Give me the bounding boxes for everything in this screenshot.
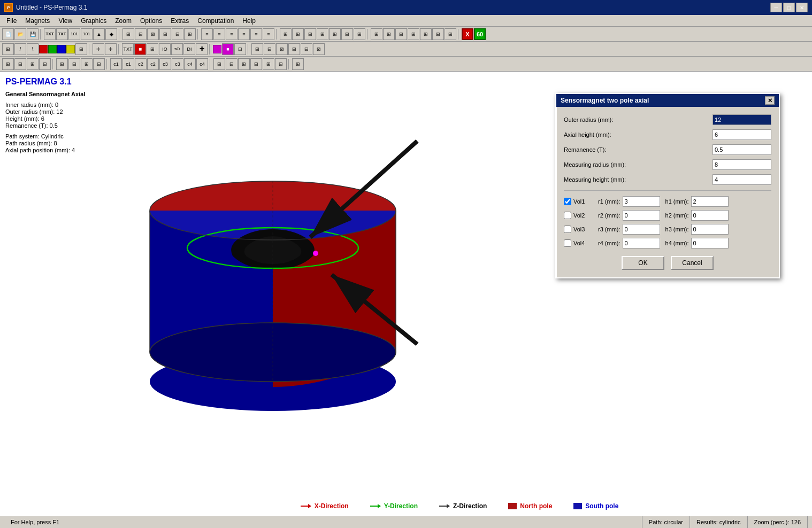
tb3-11[interactable]: c2	[135, 58, 147, 70]
tb-icon9[interactable]: ≡	[201, 28, 213, 40]
tb-icon22[interactable]: ⊞	[371, 28, 382, 40]
tb-icon28[interactable]: ⊞	[445, 28, 456, 40]
tb3-22[interactable]: ⊟	[275, 58, 287, 70]
vol2-r-input[interactable]	[623, 210, 660, 221]
tb3-8[interactable]: ⊟	[93, 58, 105, 70]
menu-file[interactable]: File	[2, 15, 21, 26]
tb3-15[interactable]: c4	[184, 58, 196, 70]
outer-radius-input[interactable]	[713, 114, 771, 125]
tb2-10[interactable]: IO	[159, 43, 171, 55]
tb2-13[interactable]: ✚	[196, 43, 208, 55]
tb-icon8[interactable]: ⊞	[184, 28, 196, 40]
vol4-checkbox[interactable]	[564, 239, 571, 247]
tb-txt3[interactable]: 101	[68, 28, 80, 40]
meas-radius-input[interactable]	[713, 159, 771, 170]
tb3-2[interactable]: ⊟	[14, 58, 26, 70]
tb-txt2[interactable]: TXT	[56, 28, 68, 40]
tb3-9[interactable]: c1	[110, 58, 122, 70]
tb2-3[interactable]: \	[27, 43, 39, 55]
tb2-19[interactable]: ⊞	[288, 43, 300, 55]
tb2-11[interactable]: sO	[171, 43, 183, 55]
tb2-12[interactable]: DI	[183, 43, 195, 55]
tb2-20[interactable]: ⊟	[301, 43, 312, 55]
tb3-23[interactable]: ⊞	[292, 58, 304, 70]
tb-icon6[interactable]: ⊞	[159, 28, 171, 40]
tb-icon21[interactable]: ⊞	[354, 28, 365, 40]
vol4-h-input[interactable]	[691, 238, 729, 249]
tb3-10[interactable]: c1	[122, 58, 134, 70]
cancel-button[interactable]: Cancel	[671, 256, 714, 270]
tb2-18[interactable]: ⊠	[276, 43, 288, 55]
tb2-17[interactable]: ⊟	[264, 43, 275, 55]
tb2-15[interactable]: ⊡	[234, 43, 246, 55]
vol2-checkbox[interactable]	[564, 212, 571, 219]
tb3-7[interactable]: ⊞	[81, 58, 93, 70]
tb2-5[interactable]: ✛	[93, 43, 104, 55]
tb2-8[interactable]: ■	[134, 43, 146, 55]
tb-stop[interactable]: X	[462, 28, 473, 40]
menu-zoom[interactable]: Zoom	[111, 15, 136, 26]
vol1-checkbox[interactable]	[564, 198, 571, 205]
tb2-14[interactable]: ■	[222, 43, 234, 55]
tb-icon7[interactable]: ⊟	[172, 28, 183, 40]
tb-icon24[interactable]: ⊞	[395, 28, 407, 40]
menu-help[interactable]: Help	[238, 15, 260, 26]
minimize-button[interactable]: ─	[770, 3, 782, 12]
vol3-checkbox[interactable]	[564, 226, 571, 233]
tb-icon2[interactable]: ◆	[105, 28, 117, 40]
tb-icon3[interactable]: ⊞	[122, 28, 134, 40]
tb2-9[interactable]: ⊞	[147, 43, 158, 55]
tb3-6[interactable]: ⊟	[68, 58, 80, 70]
tb2-1[interactable]: ⊞	[2, 43, 14, 55]
tb-new[interactable]: 📄	[2, 28, 14, 40]
tb-icon16[interactable]: ⊞	[292, 28, 304, 40]
tb-icon20[interactable]: ⊞	[341, 28, 353, 40]
tb-icon5[interactable]: ⊠	[147, 28, 159, 40]
tb3-13[interactable]: c3	[159, 58, 171, 70]
tb-icon4[interactable]: ⊟	[135, 28, 147, 40]
tb-txt4[interactable]: 101	[81, 28, 93, 40]
tb-icon18[interactable]: ⊞	[317, 28, 328, 40]
tb-icon14[interactable]: ≡	[263, 28, 274, 40]
tb-save[interactable]: 💾	[27, 28, 39, 40]
menu-computation[interactable]: Computation	[193, 15, 238, 26]
menu-extras[interactable]: Extras	[166, 15, 193, 26]
tb3-3[interactable]: ⊞	[27, 58, 39, 70]
tb-icon1[interactable]: ▲	[93, 28, 105, 40]
tb3-5[interactable]: ⊞	[56, 58, 68, 70]
tb3-14[interactable]: c3	[172, 58, 183, 70]
tb3-17[interactable]: ⊞	[213, 58, 225, 70]
vol1-h-input[interactable]	[691, 196, 729, 207]
menu-view[interactable]: View	[54, 15, 76, 26]
tb-icon17[interactable]: ⊞	[304, 28, 316, 40]
tb-txt1[interactable]: TXT	[44, 28, 56, 40]
tb2-4[interactable]: ⊞	[75, 43, 87, 55]
tb-icon10[interactable]: ≡	[213, 28, 225, 40]
meas-height-input[interactable]	[713, 174, 771, 185]
tb-icon11[interactable]: ≡	[226, 28, 238, 40]
tb-icon19[interactable]: ⊞	[329, 28, 341, 40]
tb3-1[interactable]: ⊞	[2, 58, 14, 70]
tb2-6[interactable]: ✛	[105, 43, 117, 55]
menu-options[interactable]: Options	[136, 15, 166, 26]
vol4-r-input[interactable]	[623, 238, 660, 249]
maximize-button[interactable]: □	[783, 3, 795, 12]
tb-icon25[interactable]: ⊞	[408, 28, 419, 40]
tb-open[interactable]: 📂	[14, 28, 26, 40]
tb-icon26[interactable]: ⊞	[420, 28, 432, 40]
close-button[interactable]: ✕	[796, 3, 808, 12]
tb-icon15[interactable]: ⊞	[280, 28, 292, 40]
vol1-r-input[interactable]	[623, 196, 660, 207]
tb-go[interactable]: 60	[474, 28, 486, 40]
ok-button[interactable]: OK	[622, 256, 664, 270]
tb-icon13[interactable]: ≡	[250, 28, 262, 40]
tb2-7[interactable]: TXT	[122, 43, 134, 55]
tb-icon12[interactable]: ≡	[238, 28, 250, 40]
tb3-20[interactable]: ⊟	[250, 58, 262, 70]
vol3-r-input[interactable]	[623, 224, 660, 235]
dialog-close-button[interactable]: ✕	[765, 96, 775, 105]
tb3-18[interactable]: ⊟	[226, 58, 238, 70]
tb3-12[interactable]: c2	[147, 58, 159, 70]
menu-magnets[interactable]: Magnets	[21, 15, 54, 26]
vol2-h-input[interactable]	[691, 210, 729, 221]
